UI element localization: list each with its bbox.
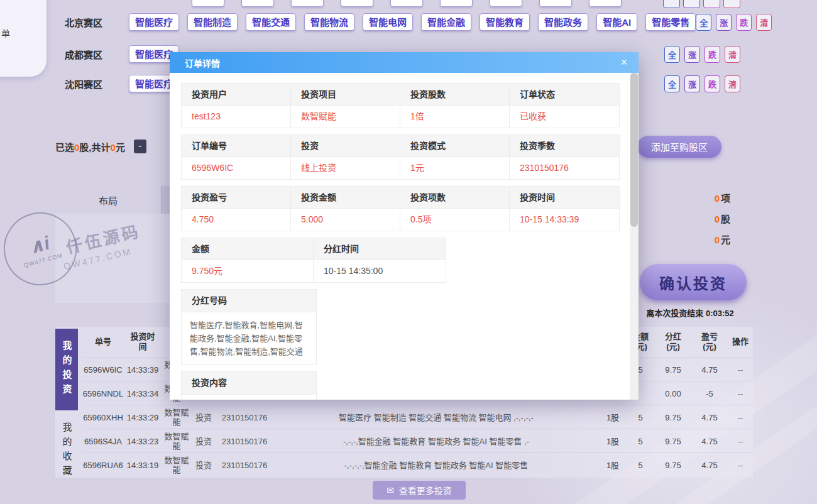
filter-button[interactable]: 跌: [736, 14, 752, 31]
sector-button[interactable]: 智能教育: [480, 13, 530, 31]
filter-button[interactable]: 清: [756, 14, 772, 31]
orders-cell: 2310150176: [216, 405, 273, 429]
sector-button[interactable]: 智能零售: [645, 13, 696, 31]
modal-body: 投资用户投资项目投资股数订单状态test123数智赋能1倍已收获订单编号投资投资…: [170, 73, 639, 400]
tab-my-investments[interactable]: 我的投资: [55, 329, 78, 410]
partial-button[interactable]: [192, 0, 224, 7]
orders-cell: --: [728, 453, 753, 477]
detail-value-cell: 1元: [400, 157, 510, 179]
orders-cell: --: [728, 429, 753, 453]
filter-button[interactable]: 清: [725, 46, 740, 63]
zone-buttons: 智能医疗智能制造智能交通智能物流智能电网智能金融智能教育智能政务智能AI智能零售: [129, 13, 696, 31]
orders-cell: 6596W6IC: [83, 358, 123, 381]
partial-filter-button[interactable]: [683, 0, 700, 8]
sector-button[interactable]: 智能政务: [538, 13, 588, 31]
partial-button[interactable]: [490, 0, 522, 7]
detail-header-cell: 订单状态: [510, 84, 619, 106]
orders-cell: 0.00: [655, 381, 691, 405]
partial-button[interactable]: [539, 0, 572, 7]
detail-header-cell: 投资模式: [400, 135, 510, 157]
detail-value-cell: test123: [182, 106, 291, 128]
corner-panel: 单: [0, 0, 47, 77]
filter-button[interactable]: 涨: [684, 46, 700, 63]
filter-button[interactable]: 涨: [716, 14, 732, 31]
partial-button[interactable]: [390, 0, 423, 7]
order-detail-table: 订单编号投资投资模式投资季数6596W6IC线上投资1元2310150176: [181, 134, 620, 180]
detail-header-cell: 分红时间: [314, 238, 446, 260]
partial-filter-button[interactable]: [723, 0, 740, 8]
filter-button[interactable]: 跌: [705, 75, 720, 92]
orders-column-header: 单号: [83, 327, 123, 357]
detail-value-cell: 6596W6IC: [182, 157, 291, 179]
orders-column-header: 盈亏 (元): [691, 327, 728, 357]
orders-cell: 智能医疗 智能制造 智能交通 智能物流 智能电网 ,-,-,-,-: [273, 405, 600, 429]
dividend-numbers-section: 分红号码 智能医疗,智能教育,智能电网,智能政务,智能金融,智能AI,智能零售,…: [181, 289, 317, 365]
orders-cell: 1股: [600, 453, 626, 477]
partial-filter-button[interactable]: [703, 0, 720, 8]
filter-button[interactable]: 全: [664, 46, 680, 63]
view-more-button[interactable]: ✉ 查看更多投资: [373, 481, 466, 500]
filter-button[interactable]: 跌: [705, 46, 720, 63]
sector-button[interactable]: 智能医疗: [129, 13, 179, 31]
modal-scrollbar[interactable]: [630, 73, 639, 400]
watermark-logo: ∧i: [26, 232, 52, 258]
orders-cell: -,-,-,-,智能金融 智能教育 智能政务 智能AI 智能零售: [273, 453, 600, 477]
detail-value-cell: 0.5项: [400, 209, 510, 231]
detail-value-cell: 1倍: [400, 106, 510, 128]
orders-cell: 14:33:23: [123, 429, 162, 453]
orders-cell: 6596S4JA: [83, 429, 123, 453]
detail-value-cell: 9.750元: [182, 260, 314, 282]
sector-button[interactable]: 智能AI: [596, 13, 637, 31]
detail-header-cell: 投资金额: [291, 187, 400, 209]
filter-button[interactable]: 全: [664, 75, 680, 92]
detail-value-cell: 10-15 14:33:39: [510, 209, 619, 231]
envelope-icon: ✉: [387, 485, 394, 495]
partial-button[interactable]: [241, 0, 274, 7]
sector-button[interactable]: 智能电网: [363, 13, 413, 31]
orders-cell: 65960XHH: [83, 405, 123, 429]
partial-button[interactable]: [341, 0, 373, 7]
table-row[interactable]: 65960XHH14:33:29数智赋能投资2310150176智能医疗 智能制…: [83, 405, 753, 429]
detail-header-cell: 投资时间: [510, 187, 619, 209]
partial-button[interactable]: [440, 0, 473, 7]
summary-shares-count: 0股: [649, 212, 730, 226]
corner-tab-label: 单: [1, 26, 10, 39]
modal-title: 订单详情: [185, 57, 220, 69]
orders-column-header: 投资时 间: [123, 327, 162, 357]
orders-cell: 1股: [600, 429, 626, 453]
sector-button[interactable]: 智能制造: [187, 13, 238, 31]
zone-label: 沈阳赛区: [65, 77, 116, 90]
order-detail-table: 投资用户投资项目投资股数订单状态test123数智赋能1倍已收获: [181, 83, 620, 128]
partial-button[interactable]: [291, 0, 324, 7]
detail-value-cell: 已收获: [510, 106, 619, 128]
tab-layout[interactable]: 布局: [55, 186, 162, 214]
detail-header-cell: 投资季数: [510, 135, 619, 157]
table-row[interactable]: 6596S4JA14:33:23数智赋能投资2310150176-,-,-,智能…: [83, 429, 753, 453]
orders-cell: 14:33:39: [123, 358, 162, 381]
tab-my-favorites[interactable]: 我的收藏: [55, 414, 78, 489]
scrollbar-thumb[interactable]: [630, 73, 638, 227]
confirm-invest-button[interactable]: 确认投资: [640, 264, 747, 300]
filter-button[interactable]: 清: [725, 75, 740, 92]
sector-button[interactable]: 智能交通: [246, 13, 296, 31]
orders-column-header: 操作: [728, 327, 753, 357]
partial-button[interactable]: [589, 0, 622, 7]
selection-summary: 已选0股,共计0元: [55, 140, 125, 153]
filter-button[interactable]: 涨: [684, 75, 700, 92]
partial-filter-button[interactable]: [663, 0, 680, 8]
close-icon[interactable]: ×: [617, 55, 631, 69]
filter-button[interactable]: 全: [696, 14, 711, 31]
orders-cell: 4.75: [691, 405, 728, 429]
orders-cell: 数智赋能: [162, 453, 191, 477]
countdown-text: 离本次投资结束 0:03:52: [628, 307, 752, 319]
zone-filters: 全涨跌清: [664, 46, 752, 63]
table-row[interactable]: 6596RUA614:33:19数智赋能投资2310150176-,-,-,-,…: [83, 452, 753, 477]
detail-header-cell: 投资用户: [182, 84, 291, 106]
zone-row-beijing: 北京赛区 智能医疗智能制造智能交通智能物流智能电网智能金融智能教育智能政务智能A…: [55, 13, 752, 31]
order-detail-modal: 订单详情 × 投资用户投资项目投资股数订单状态test123数智赋能1倍已收获订…: [170, 52, 639, 400]
sector-button[interactable]: 智能金融: [421, 13, 471, 31]
sector-button[interactable]: 智能物流: [304, 13, 354, 31]
add-to-cart-button[interactable]: 添加至购股区: [637, 136, 721, 158]
zone-filters: 全涨跌清: [696, 14, 783, 31]
decrease-button[interactable]: -: [134, 140, 146, 153]
